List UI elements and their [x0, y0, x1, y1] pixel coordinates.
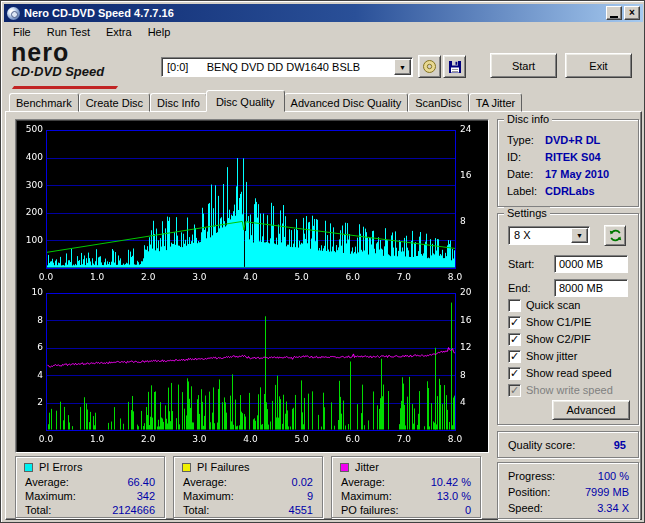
- pi-failures-panel: PI Failures Average:0.02 Maximum:9 Total…: [173, 456, 323, 518]
- refresh-icon: [609, 229, 622, 242]
- disc-date-value: 17 May 2010: [545, 168, 609, 182]
- stat-value: 66.40: [127, 476, 155, 488]
- stat-value: 13.0 %: [437, 490, 471, 502]
- checkbox-quick-scan[interactable]: Quick scan: [508, 298, 580, 312]
- stat-label: Maximum:: [25, 490, 76, 502]
- progress-label: Progress:: [508, 470, 555, 482]
- speed-label: Speed:: [508, 502, 543, 514]
- stat-value: 10.42 %: [431, 476, 471, 488]
- settings-title: Settings: [504, 207, 550, 219]
- disc-info-group: Disc info Type:DVD+R DL ID:RITEK S04 Dat…: [497, 119, 639, 207]
- tab-advanced-disc-quality[interactable]: Advanced Disc Quality: [284, 93, 409, 112]
- checkbox-label: Show C2/PIF: [526, 333, 591, 345]
- tab-benchmark[interactable]: Benchmark: [9, 93, 79, 112]
- disc-type-value: DVD+R DL: [545, 134, 600, 148]
- checkbox-icon[interactable]: ✓: [508, 316, 521, 329]
- stat-value: 0.02: [292, 476, 313, 488]
- disc-info-title: Disc info: [504, 113, 552, 125]
- stat-value: 0: [465, 504, 471, 516]
- quality-score-panel: Quality score: 95: [497, 431, 639, 458]
- tab-disc-info[interactable]: Disc Info: [150, 93, 207, 112]
- stat-label: Maximum:: [341, 490, 392, 502]
- position-value: 7999 MB: [585, 486, 629, 498]
- checkbox-icon[interactable]: ✓: [508, 367, 521, 380]
- app-window: Nero CD-DVD Speed 4.7.7.16 × File Run Te…: [0, 0, 645, 523]
- save-results-button[interactable]: [443, 55, 466, 78]
- disc-label-value: CDRLabs: [545, 185, 595, 199]
- checkbox-show-write-speed: ✓ Show write speed: [508, 383, 613, 397]
- advanced-button[interactable]: Advanced: [552, 400, 630, 420]
- product-wordmark: CD·DVD Speed: [11, 64, 161, 79]
- chevron-down-icon[interactable]: ▼: [394, 59, 411, 75]
- checkbox-label: Show read speed: [526, 367, 612, 379]
- exit-button[interactable]: Exit: [565, 53, 632, 78]
- checkbox-icon[interactable]: ✓: [508, 333, 521, 346]
- eject-disc-button[interactable]: [418, 55, 441, 78]
- jitter-panel: Jitter Average:10.42 % Maximum:13.0 % PO…: [331, 456, 481, 518]
- disc-icon: [422, 59, 437, 74]
- tab-disc-quality[interactable]: Disc Quality: [206, 90, 285, 112]
- logo-red-swoosh: [12, 86, 118, 89]
- title-bar[interactable]: Nero CD-DVD Speed 4.7.7.16 ×: [4, 4, 643, 22]
- position-label: Position:: [508, 486, 550, 498]
- disc-id-value: RITEK S04: [545, 151, 601, 165]
- pi-errors-legend-swatch: [24, 463, 33, 472]
- quality-graphs-panel: [15, 119, 489, 453]
- stat-value: 4551: [289, 504, 313, 516]
- pi-errors-panel: PI Errors Average:66.40 Maximum:342 Tota…: [15, 456, 165, 518]
- close-button[interactable]: ×: [624, 6, 640, 20]
- tab-ta-jitter[interactable]: TA Jitter: [469, 93, 523, 112]
- disc-type-label: Type:: [507, 134, 545, 148]
- jitter-legend-swatch: [340, 463, 349, 472]
- minimize-button[interactable]: [606, 6, 622, 20]
- stat-value: 2124666: [112, 504, 155, 516]
- start-position-label: Start:: [508, 258, 534, 270]
- floppy-save-icon: [448, 60, 462, 74]
- stat-label: Average:: [25, 476, 69, 488]
- checkbox-show-read-speed[interactable]: ✓ Show read speed: [508, 366, 612, 380]
- checkbox-show-jitter[interactable]: ✓ Show jitter: [508, 349, 577, 363]
- checkbox-show-c2-pif[interactable]: ✓ Show C2/PIF: [508, 332, 591, 346]
- menu-help[interactable]: Help: [140, 24, 179, 41]
- close-icon: ×: [629, 8, 635, 18]
- checkbox-icon[interactable]: [508, 299, 521, 312]
- refresh-speeds-button[interactable]: [604, 225, 626, 246]
- nero-logo: nero CD·DVD Speed: [11, 41, 161, 89]
- quality-graphs-canvas: [18, 122, 488, 452]
- start-button[interactable]: Start: [490, 53, 557, 78]
- checkbox-icon[interactable]: ✓: [508, 350, 521, 363]
- pi-errors-title: PI Errors: [39, 461, 82, 473]
- start-position-field[interactable]: 0000 MB: [554, 255, 628, 273]
- chevron-down-icon[interactable]: ▼: [571, 228, 588, 243]
- disc-label-label: Label:: [507, 185, 545, 199]
- drive-selector[interactable]: [0:0] BENQ DVD DD DW1640 BSLB ▼: [161, 57, 413, 77]
- tab-create-disc[interactable]: Create Disc: [79, 93, 150, 112]
- checkbox-icon: ✓: [508, 384, 521, 397]
- stat-label: Maximum:: [183, 490, 234, 502]
- end-position-label: End:: [508, 282, 531, 294]
- window-title: Nero CD-DVD Speed 4.7.7.16: [24, 7, 604, 19]
- settings-group: Settings 8 X ▼ Start: 0000 MB End: 8000 …: [497, 213, 639, 425]
- tab-strip: Benchmark Create Disc Disc Info Disc Qua…: [9, 90, 522, 112]
- menu-extra[interactable]: Extra: [98, 24, 140, 41]
- disc-id-label: ID:: [507, 151, 545, 165]
- stat-value: 9: [307, 490, 313, 502]
- scan-speed-selector[interactable]: 8 X ▼: [508, 226, 590, 245]
- stat-label: Average:: [341, 476, 385, 488]
- progress-value: 100 %: [598, 470, 629, 482]
- app-cd-icon: [7, 7, 20, 20]
- checkbox-label: Show jitter: [526, 350, 577, 362]
- checkbox-label: Quick scan: [526, 299, 580, 311]
- checkbox-show-c1-pie[interactable]: ✓ Show C1/PIE: [508, 315, 591, 329]
- pi-failures-legend-swatch: [182, 463, 191, 472]
- pi-failures-title: PI Failures: [197, 461, 250, 473]
- nero-wordmark: nero: [11, 41, 161, 64]
- quality-score-value: 95: [614, 439, 626, 451]
- end-position-field[interactable]: 8000 MB: [554, 279, 628, 297]
- minimize-icon: [610, 16, 618, 18]
- scan-speed-value: 8 X: [509, 227, 570, 244]
- speed-value: 3.34 X: [597, 502, 629, 514]
- progress-panel: Progress:100 % Position:7999 MB Speed:3.…: [497, 462, 639, 519]
- disc-date-label: Date:: [507, 168, 545, 182]
- tab-scandisc[interactable]: ScanDisc: [408, 93, 468, 112]
